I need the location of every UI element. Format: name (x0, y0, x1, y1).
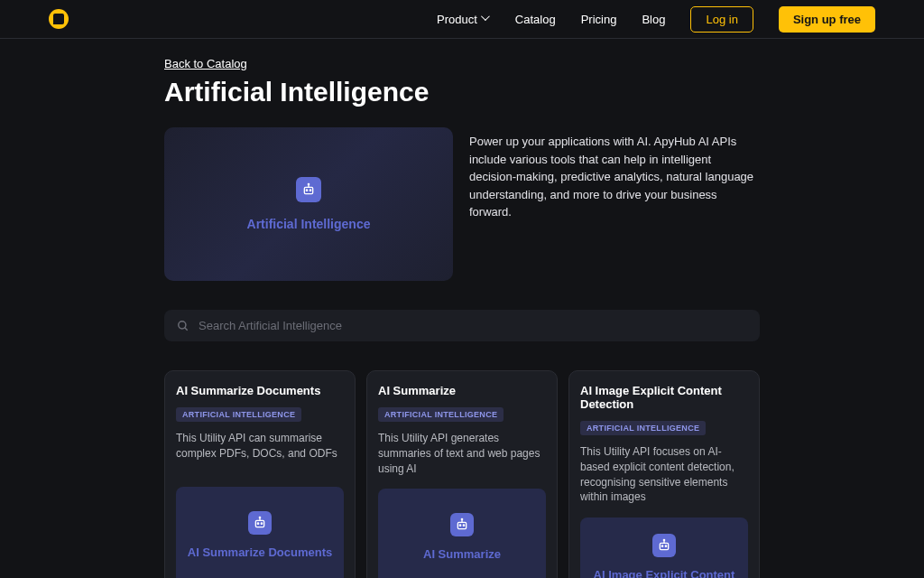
svg-point-2 (308, 183, 309, 184)
svg-point-10 (257, 523, 258, 524)
card-grid: AI Summarize Documents ARTIFICIAL INTELL… (164, 370, 760, 578)
svg-point-14 (461, 518, 462, 519)
page-title: Artificial Intelligence (164, 77, 760, 107)
card-thumbnail: AI Summarize (378, 489, 546, 578)
robot-icon (296, 177, 321, 202)
card-tag: ARTIFICIAL INTELLIGENCE (176, 407, 301, 422)
card-thumb-title: AI Image Explicit Content Detection (591, 568, 737, 578)
robot-icon (450, 513, 474, 536)
logo[interactable] (49, 9, 69, 29)
hero-section: Artificial Intelligence Power up your ap… (164, 127, 760, 281)
card-thumb-title: AI Summarize Documents (188, 545, 332, 561)
card-description: This Utility API generates summaries of … (378, 431, 546, 476)
card-title: AI Summarize (378, 384, 546, 397)
search-input[interactable] (199, 319, 747, 332)
card-thumbnail: AI Image Explicit Content Detection (580, 517, 748, 578)
navbar: Product Catalog Pricing Blog Log in Sign… (0, 0, 924, 39)
nav-product-label: Product (437, 13, 477, 26)
hero-card-title: Artificial Intelligence (247, 217, 371, 231)
hero-description: Power up your applications with AI. ApyH… (469, 127, 760, 281)
hero-card: Artificial Intelligence (164, 127, 453, 281)
svg-point-5 (179, 321, 186, 328)
svg-point-19 (663, 540, 664, 541)
chevron-down-icon (481, 14, 490, 23)
card-tag: ARTIFICIAL INTELLIGENCE (580, 421, 706, 435)
nav-catalog[interactable]: Catalog (515, 13, 556, 26)
card-title: AI Image Explicit Content Detection (580, 384, 748, 411)
svg-point-3 (306, 190, 307, 191)
svg-point-15 (459, 525, 460, 526)
api-card[interactable]: AI Image Explicit Content Detection ARTI… (568, 370, 760, 578)
login-button[interactable]: Log in (690, 6, 753, 33)
card-thumbnail: AI Summarize Documents (176, 487, 344, 578)
svg-point-11 (261, 523, 262, 524)
nav-pricing[interactable]: Pricing (581, 13, 617, 26)
card-description: This Utility API can summarise complex P… (176, 431, 344, 474)
card-thumb-title: AI Summarize (423, 547, 501, 563)
svg-point-20 (661, 545, 662, 546)
svg-line-6 (185, 327, 188, 330)
nav-right: Product Catalog Pricing Blog Log in Sign… (437, 6, 875, 33)
robot-icon (652, 534, 676, 557)
svg-point-4 (310, 190, 310, 191)
api-card[interactable]: AI Summarize ARTIFICIAL INTELLIGENCE Thi… (366, 370, 558, 578)
card-tag: ARTIFICIAL INTELLIGENCE (378, 407, 504, 422)
search-icon (177, 320, 189, 332)
svg-point-21 (665, 545, 666, 546)
card-description: This Utility API focuses on AI-based exp… (580, 444, 748, 505)
api-card[interactable]: AI Summarize Documents ARTIFICIAL INTELL… (164, 370, 356, 578)
robot-icon (248, 511, 272, 535)
svg-point-16 (463, 525, 464, 526)
back-to-catalog-link[interactable]: Back to Catalog (164, 57, 247, 70)
svg-point-9 (259, 517, 260, 517)
signup-button[interactable]: Sign up free (779, 6, 875, 33)
nav-product[interactable]: Product (437, 13, 490, 26)
main-content: Back to Catalog Artificial Intelligence … (0, 39, 924, 578)
card-title: AI Summarize Documents (176, 384, 344, 397)
nav-blog[interactable]: Blog (642, 13, 665, 26)
search-bar[interactable] (164, 310, 760, 341)
